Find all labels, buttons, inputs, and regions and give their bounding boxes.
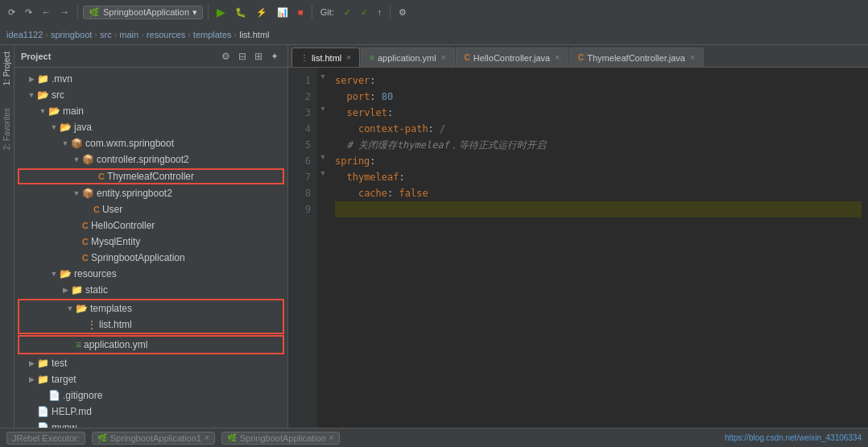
html-file-icon: ⋮ <box>87 319 97 330</box>
tree-item-test[interactable]: ▶ 📁 test <box>14 355 287 371</box>
fold-1[interactable]: ▼ <box>317 72 329 89</box>
app-selector-icon: 🌿 <box>89 7 100 18</box>
tab-hellocontroller[interactable]: C HelloController.java × <box>456 48 568 67</box>
tab-thymeleafcontroller[interactable]: C ThymeleafController.java × <box>569 48 704 67</box>
app1-close-icon[interactable]: × <box>205 433 209 442</box>
tab-close-application-yml[interactable]: × <box>441 53 446 62</box>
tab-application-yml[interactable]: ≡ application.yml × <box>361 48 454 67</box>
tree-item-main[interactable]: ▼ 📂 main <box>14 103 287 119</box>
tree-item-target[interactable]: ▶ 📁 target <box>14 371 287 387</box>
fold-3[interactable]: ▼ <box>317 105 329 121</box>
toolbar-redo-btn[interactable]: ↷ <box>22 6 35 19</box>
sidebar-gear-btn[interactable]: ✦ <box>268 50 281 63</box>
main-toolbar: ⟳ ↷ ← → 🌿 SpringbootApplication ▾ ▶ 🐛 ⚡ … <box>0 0 868 24</box>
breadcrumb-idea[interactable]: idea1122 <box>6 30 43 39</box>
separator-1 <box>77 5 78 19</box>
tab-close-hellocontroller[interactable]: × <box>555 53 560 62</box>
yml-tab-icon: ≡ <box>370 53 374 62</box>
applicationyml-highlight-box: ≡ application.yml <box>18 335 284 354</box>
chevron-down-icon: ▾ <box>192 7 197 18</box>
folder-icon: 📁 <box>71 284 83 296</box>
git-btn[interactable]: Git: <box>317 6 337 19</box>
tree-item-static[interactable]: ▶ 📁 static <box>14 282 287 298</box>
yml-file-icon: ≡ <box>76 339 81 350</box>
tree-item-templates[interactable]: ▼ 📂 templates <box>19 300 283 317</box>
package-icon: 📦 <box>82 188 94 199</box>
tree-item-mvnw[interactable]: 📄 mvnw <box>14 420 287 428</box>
tree-label-static: static <box>85 284 108 296</box>
tree-label-entity: entity.springboot2 <box>97 188 172 199</box>
tree-item-hellocontroller[interactable]: C HelloController <box>14 217 287 234</box>
java-tab-icon: C <box>465 53 470 62</box>
sidebar-expand-btn[interactable]: ⊞ <box>252 50 265 63</box>
git-update-btn[interactable]: ↑ <box>374 6 386 19</box>
tree-item-thymeleafcontroller[interactable]: C ThymeleafController <box>18 168 284 184</box>
favorites-tab-vertical[interactable]: 2: Favorites <box>1 105 13 153</box>
yaml-val-slash: / <box>440 121 445 137</box>
tab-label-list-html: list.html <box>312 53 341 63</box>
run-btn[interactable]: ▶ <box>213 4 229 20</box>
breadcrumb-templates[interactable]: templates <box>193 30 232 39</box>
tree-item-com[interactable]: ▼ 📦 com.wxm.springboot <box>14 135 287 151</box>
tree-item-gitignore[interactable]: 📄 .gitignore <box>14 387 287 404</box>
tree-item-src[interactable]: ▼ 📂 src <box>14 87 287 103</box>
fold-7[interactable]: ▼ <box>317 169 329 185</box>
folder-icon: 📁 <box>37 73 49 85</box>
jrebel-executor-tab[interactable]: JRebel Executor: <box>6 432 85 445</box>
expand-arrow: ▼ <box>60 139 71 147</box>
breadcrumb-src[interactable]: src <box>100 30 112 39</box>
app2-close-icon[interactable]: × <box>329 433 334 442</box>
tree-label-target: target <box>52 374 76 385</box>
project-tab-vertical[interactable]: 1: Project <box>1 48 13 89</box>
tree-item-controller[interactable]: ▼ 📦 controller.springboot2 <box>14 151 287 168</box>
fold-6[interactable]: ▼ <box>317 153 329 169</box>
tree-label-resources: resources <box>74 268 117 279</box>
app1-tab[interactable]: 🌿 SpringbootApplication1 × <box>92 432 215 445</box>
fold-2 <box>317 89 329 105</box>
bottom-bar: JRebel Executor: 🌿 SpringbootApplication… <box>0 428 868 447</box>
profile-btn[interactable]: 📊 <box>274 6 291 19</box>
tree-item-resources[interactable]: ▼ 📂 resources <box>14 266 287 282</box>
tree-item-java[interactable]: ▼ 📂 java <box>14 119 287 135</box>
tree-label-main: main <box>63 106 84 117</box>
toolbar-back-btn[interactable]: ← <box>39 6 54 19</box>
fold-9 <box>317 201 329 217</box>
tree-item-entity[interactable]: ▼ 📦 entity.springboot2 <box>14 185 287 201</box>
debug-btn[interactable]: 🐛 <box>232 6 250 19</box>
editor-area: ⋮ list.html × ≡ application.yml × C Hell… <box>288 45 868 428</box>
tree-item-mysqlentity[interactable]: C MysqlEntity <box>14 234 287 250</box>
toolbar-undo-btn[interactable]: ⟳ <box>5 6 19 19</box>
code-line-3: servlet: <box>335 105 862 121</box>
sidebar-collapse-btn[interactable]: ⊟ <box>236 50 249 63</box>
package-icon: 📦 <box>82 154 94 165</box>
app-selector-label: SpringbootApplication <box>103 7 189 17</box>
file-icon: 📄 <box>48 390 60 401</box>
git-check-btn[interactable]: ✓ <box>341 6 354 19</box>
sidebar-settings-btn[interactable]: ⚙ <box>219 50 233 63</box>
git-push-btn[interactable]: ✓ <box>358 6 371 19</box>
code-editor[interactable]: server: port: 80 servlet: context-path: … <box>329 68 868 428</box>
java-tab-icon2: C <box>578 53 584 62</box>
tree-item-help[interactable]: 📄 HELP.md <box>14 404 287 420</box>
breadcrumb-main[interactable]: main <box>119 30 138 39</box>
settings-btn[interactable]: ⚙ <box>395 6 410 19</box>
expand-arrow: ▼ <box>71 155 82 163</box>
stop-btn[interactable]: ■ <box>295 6 307 19</box>
main-layout: 1: Project 2: Favorites Project ⚙ ⊟ ⊞ ✦ … <box>0 45 868 428</box>
tree-item-listhtml[interactable]: ⋮ list.html <box>19 317 283 333</box>
app2-icon: 🌿 <box>227 433 237 442</box>
breadcrumb-resources[interactable]: resources <box>147 30 185 39</box>
app2-tab[interactable]: 🌿 SpringbootApplication × <box>221 432 340 445</box>
coverage-btn[interactable]: ⚡ <box>253 6 271 19</box>
breadcrumb-springboot[interactable]: springboot <box>51 30 92 39</box>
java-class-icon: C <box>98 172 105 181</box>
tree-item-mvn[interactable]: ▶ 📁 .mvn <box>14 71 287 87</box>
app-selector[interactable]: 🌿 SpringbootApplication ▾ <box>83 6 203 19</box>
toolbar-forward-btn[interactable]: → <box>57 6 72 19</box>
tree-item-applicationyml[interactable]: ≡ application.yml <box>19 337 283 353</box>
tab-close-thymeleafcontroller[interactable]: × <box>690 53 695 62</box>
tab-list-html[interactable]: ⋮ list.html × <box>291 48 360 67</box>
tree-item-user[interactable]: C User <box>14 201 287 217</box>
tab-close-list-html[interactable]: × <box>346 53 351 62</box>
tree-item-springbootapp[interactable]: C SpringbootApplication <box>14 250 287 266</box>
